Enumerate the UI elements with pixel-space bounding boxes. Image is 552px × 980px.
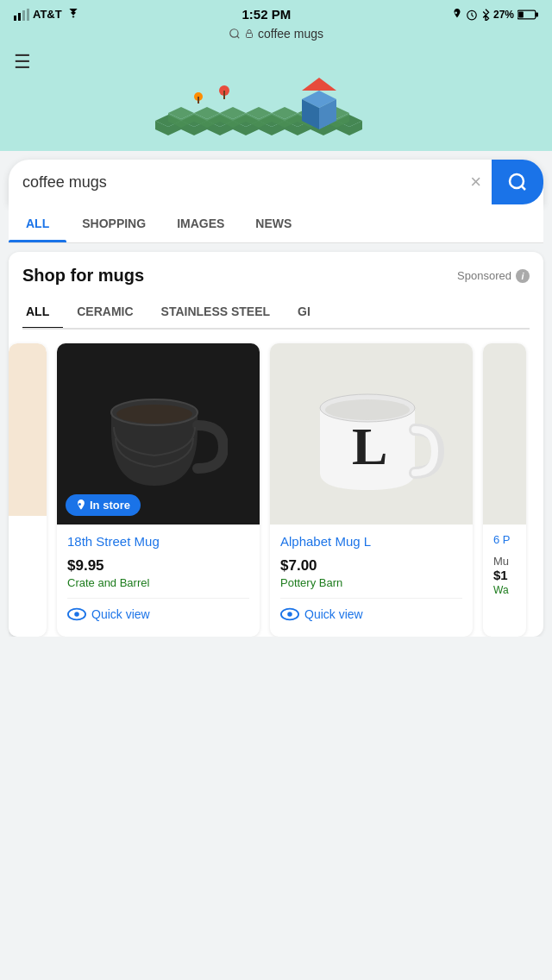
dark-mug-svg [90,365,228,503]
url-bar: coffee mugs [0,25,552,46]
svg-rect-6 [536,12,538,16]
in-store-badge: In store [66,494,141,516]
quick-view-button-1[interactable]: Quick view [67,598,249,621]
product-info-2: Alphabet Mug L $7.00 Pottery Barn Quick … [270,525,473,631]
category-tab-stainless[interactable]: STAINLESS STEEL [147,296,285,328]
illustration-area [0,73,552,151]
hamburger-icon[interactable]: ☰ [14,51,31,73]
search-bar[interactable]: × [9,160,543,204]
svg-rect-60 [223,91,225,99]
lock-icon [244,28,254,40]
tab-news[interactable]: NEWS [240,204,307,242]
product-card-1[interactable]: In store 18th Street Mug $9.95 Crate and… [57,343,260,637]
time: 1:52 PM [242,7,291,22]
products-row: In store 18th Street Mug $9.95 Crate and… [9,330,543,637]
signal-icon [14,9,29,21]
info-icon[interactable]: i [516,269,530,283]
svg-point-68 [74,612,79,617]
svg-rect-0 [14,16,16,21]
location-icon [452,9,462,21]
product-price-2: $7.00 [280,557,462,575]
search-icon [507,172,528,192]
svg-rect-9 [246,34,252,38]
svg-rect-1 [18,13,21,21]
status-bar: AT&T 1:52 PM 27% [0,0,552,25]
product-store-2: Pottery Barn [280,576,462,589]
product-name-1[interactable]: 18th Street Mug [67,533,249,550]
product-card-partial-left[interactable] [9,343,47,637]
svg-point-63 [510,174,524,188]
search-clear-button[interactable]: × [460,171,492,193]
eye-icon-2 [280,607,299,621]
status-right: 27% [452,9,538,21]
tab-images[interactable]: IMAGES [161,204,240,242]
shop-header: Shop for mugs Sponsored i [22,266,530,286]
location-pin-icon [76,499,86,512]
product-name-2[interactable]: Alphabet Mug L [280,533,462,550]
tab-all[interactable]: ALL [9,204,66,242]
bluetooth-icon [481,9,490,21]
wifi-icon [66,9,81,21]
alarm-icon [466,9,478,21]
tab-shopping[interactable]: SHOPPING [66,204,161,242]
svg-rect-62 [198,97,199,104]
product-info-1: 18th Street Mug $9.95 Crate and Barrel Q… [57,525,260,631]
svg-point-66 [116,405,192,424]
svg-text:L: L [352,417,387,475]
category-tab-all[interactable]: ALL [22,296,63,330]
svg-rect-2 [22,10,25,21]
carrier: AT&T [33,8,62,21]
search-input[interactable] [9,161,460,204]
sponsored-area: Sponsored i [457,269,530,283]
svg-point-72 [325,399,410,420]
svg-point-8 [230,29,238,37]
category-tab-gi[interactable]: GI [284,296,324,328]
url-text[interactable]: coffee mugs [258,27,323,41]
search-small-icon [229,28,241,40]
alphabet-mug-svg: L [298,365,445,503]
shop-title: Shop for mugs [22,266,144,286]
svg-marker-58 [302,78,336,91]
battery-percent: 27% [493,9,514,21]
search-submit-button[interactable] [492,160,543,204]
product-image-1: In store [57,343,260,525]
product-card-3-partial[interactable]: 6 P Mu $1 Wa [483,343,526,637]
eye-icon-1 [67,607,86,621]
svg-point-74 [287,612,292,617]
product-price-1: $9.95 [67,557,249,575]
category-tabs: ALL CERAMIC STAINLESS STEEL GI [22,296,530,330]
product-image-2: L [270,343,473,525]
sponsored-label: Sponsored [457,269,511,282]
search-tabs: ALL SHOPPING IMAGES NEWS [9,204,543,243]
status-left: AT&T [14,8,81,21]
svg-rect-3 [27,9,29,21]
illustration-svg [129,73,423,151]
product-card-2[interactable]: L Alphabet Mug L $7.00 Pottery Barn Quic… [270,343,473,637]
product-store-1: Crate and Barrel [67,576,249,589]
shop-card: Shop for mugs Sponsored i ALL CERAMIC ST… [9,252,543,637]
quick-view-button-2[interactable]: Quick view [280,598,462,621]
battery-icon [518,9,538,20]
svg-rect-7 [518,11,524,17]
browser-toolbar: ☰ [0,46,552,73]
category-tab-ceramic[interactable]: CERAMIC [63,296,147,328]
